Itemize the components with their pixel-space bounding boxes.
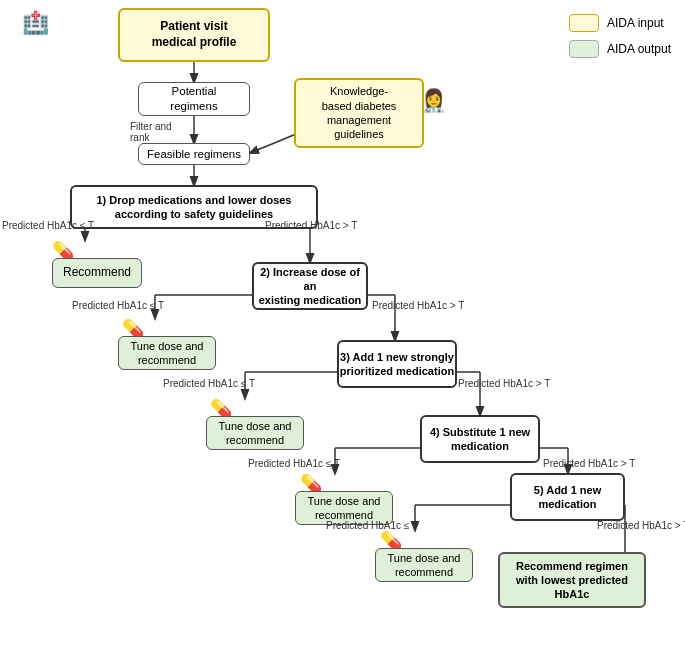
pred-le-t3-label: Predicted HbA1c ≤ T	[163, 378, 255, 389]
step5-box: 5) Add 1 new medication	[510, 473, 625, 521]
legend-output-label: AIDA output	[607, 42, 671, 56]
pred-le-t4-label: Predicted HbA1c ≤ T	[248, 458, 340, 469]
potential-regimens-box: Potential regimens	[138, 82, 250, 116]
legend-output-swatch	[569, 40, 599, 58]
recommend-box: Recommend	[52, 258, 142, 288]
step2-box: 2) Increase dose of an existing medicati…	[252, 262, 368, 310]
feasible-regimens-box: Feasible regimens	[138, 143, 250, 165]
hospital-icon: 🏥	[22, 10, 49, 36]
pred-gt-t1-label: Predicted HbA1c > T	[265, 220, 357, 231]
legend-input-label: AIDA input	[607, 16, 664, 30]
tune2-box: Tune dose and recommend	[206, 416, 304, 450]
legend-output: AIDA output	[569, 40, 671, 58]
patient-visit-box: Patient visit medical profile	[118, 8, 270, 62]
legend: AIDA input AIDA output	[569, 14, 671, 58]
tune4-box: Tune dose and recommend	[375, 548, 473, 582]
pred-le-t5-label: Predicted HbA1c ≤ T	[326, 520, 418, 531]
legend-input-swatch	[569, 14, 599, 32]
diagram: 🏥 👩‍⚕️ Patient visit medical profile Pot…	[0, 0, 685, 647]
doctor-icon: 👩‍⚕️	[420, 88, 447, 114]
pred-le-t2-label: Predicted HbA1c ≤ T	[72, 300, 164, 311]
pred-gt-t2-label: Predicted HbA1c > T	[372, 300, 464, 311]
lowest-box: Recommend regimen with lowest predicted …	[498, 552, 646, 608]
pred-gt-t5-label: Predicted HbA1c > T	[597, 520, 685, 531]
filter-rank-label: Filter and rank	[130, 121, 172, 143]
step3-box: 3) Add 1 new strongly prioritized medica…	[337, 340, 457, 388]
knowledge-based-box: Knowledge- based diabetes management gui…	[294, 78, 424, 148]
pred-gt-t4-label: Predicted HbA1c > T	[543, 458, 635, 469]
step4-box: 4) Substitute 1 new medication	[420, 415, 540, 463]
legend-input: AIDA input	[569, 14, 671, 32]
pred-le-t1-label: Predicted HbA1c ≤ T	[2, 220, 94, 231]
tune1-box: Tune dose and recommend	[118, 336, 216, 370]
pred-gt-t3-label: Predicted HbA1c > T	[458, 378, 550, 389]
